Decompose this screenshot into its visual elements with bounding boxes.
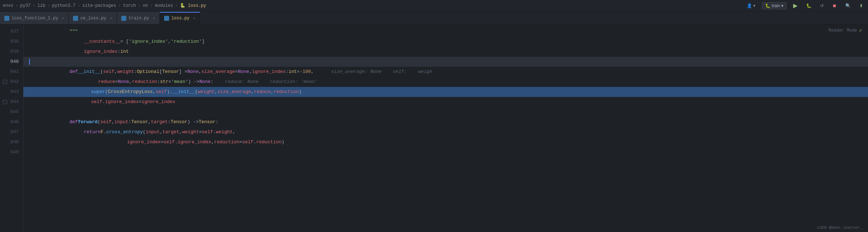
token-946-def: def: [69, 117, 78, 127]
bc-sitepackages[interactable]: site-packages: [82, 3, 116, 8]
tab-loss-function[interactable]: loss_function_1.py ✕: [0, 12, 69, 24]
bc-py37[interactable]: py37: [20, 3, 31, 8]
token-948-self1: self: [163, 137, 175, 147]
token-942-eq1: =: [115, 77, 118, 87]
token-942-str-type: str: [160, 77, 168, 87]
token-941-tensor1: Tensor: [162, 67, 179, 77]
code-line-948: ignore_index = self . ignore_index , red…: [23, 137, 868, 147]
token-948-self2: self: [242, 137, 253, 147]
ln-fold-942[interactable]: -: [3, 80, 7, 84]
run-button[interactable]: ▶: [791, 1, 800, 10]
tab-loss[interactable]: loss.py ✕: [160, 12, 200, 24]
token-937-docstring: """: [69, 27, 78, 37]
ln-940: 940: [0, 57, 23, 67]
token-942-none: None: [118, 77, 129, 87]
token-943-comma3: ,: [251, 87, 254, 97]
token-943-close: ): [299, 87, 302, 97]
token-947-cross-entropy: cross_entropy: [106, 127, 143, 137]
token-941-weight: weight: [117, 67, 134, 77]
token-947-paren1: (: [143, 127, 146, 137]
token-941-init: __init__: [78, 67, 100, 77]
token-947-input: input: [146, 127, 160, 137]
bc-sep1: ›: [15, 3, 18, 8]
tab-icon-loss: [164, 16, 169, 21]
code-line-940: [23, 57, 868, 67]
ln-938: 938: [0, 37, 23, 47]
tab-icon-ce-loss: [73, 16, 78, 21]
code-area: 937 938 939 940 941 - 942 943 - 944 945 …: [0, 24, 868, 232]
token-946-c2: :: [168, 117, 171, 127]
code-line-939: ignore_index : int: [23, 47, 868, 57]
token-947-dot2: .: [213, 127, 216, 137]
cursor: [29, 59, 30, 65]
token-943-paren1: (: [105, 87, 108, 97]
token-941-optional: Optional: [137, 67, 159, 77]
code-line-938: __constants__ = [ 'ignore_index' , 'redu…: [23, 37, 868, 47]
bc-sep8: ›: [175, 3, 178, 8]
token-942-reduce: reduce: [98, 77, 115, 87]
token-938-str1: 'ignore_index': [129, 37, 168, 47]
bc-modules[interactable]: modules: [155, 3, 173, 8]
ln-fold-944[interactable]: -: [3, 100, 7, 104]
token-948-ignore-kw: ignore_index: [127, 137, 161, 147]
token-948-eq1: =: [161, 137, 164, 147]
tab-close-ce-loss[interactable]: ✕: [110, 17, 112, 20]
ln-947: 947: [0, 127, 23, 137]
tab-close-loss-function[interactable]: ✕: [62, 17, 64, 20]
train-button[interactable]: 🐛 train ▾: [762, 2, 787, 9]
reader-mode-area: Reader Mode ✓: [828, 27, 862, 33]
token-948-comma: ,: [211, 137, 214, 147]
code-line-937: """: [23, 27, 868, 37]
token-941-comma1: ,: [114, 67, 117, 77]
tab-icon-loss-function: [4, 16, 9, 21]
stop-button[interactable]: ⏹: [830, 3, 839, 9]
token-938-eq: = [: [120, 37, 128, 47]
breadcrumb: envs › py37 › lib › python3.7 › site-pac…: [3, 3, 206, 8]
token-946-arrow: ) ->: [187, 117, 199, 127]
tab-train[interactable]: train.py ✕: [117, 12, 160, 24]
bc-torch[interactable]: torch: [123, 3, 136, 8]
token-941-self: self: [103, 67, 114, 77]
bc-lib[interactable]: lib: [37, 3, 45, 8]
token-946-comma2: ,: [148, 117, 151, 127]
token-941-comma4: ,: [311, 67, 314, 77]
search-button[interactable]: 🔍: [843, 3, 853, 9]
bc-sep7: ›: [150, 3, 153, 8]
token-947-F: F: [101, 127, 104, 137]
token-943-comma2: ,: [214, 87, 217, 97]
token-941-paren: (: [100, 67, 103, 77]
code-content[interactable]: """ __constants__ = [ 'ignore_index' , '…: [23, 24, 868, 232]
token-947-comma3: ,: [233, 127, 236, 137]
bc-python37[interactable]: python3.7: [52, 3, 76, 8]
reader-mode-label: Reader Mode: [828, 28, 857, 33]
code-line-946: def forward ( self , input : Tensor , ta…: [23, 117, 868, 127]
bc-envs[interactable]: envs: [3, 3, 13, 8]
ln-949: 949: [0, 147, 23, 157]
tab-close-loss[interactable]: ✕: [193, 17, 196, 20]
update-button[interactable]: ⬆: [857, 3, 865, 9]
tabs-bar: loss_function_1.py ✕ ce_loss.py ✕ train.…: [0, 11, 868, 24]
token-946-tensor1: Tensor: [131, 117, 148, 127]
ln-945: 945: [0, 107, 23, 117]
tab-close-train[interactable]: ✕: [153, 17, 155, 20]
token-943-paren2: ).: [167, 87, 173, 97]
ln-946: 946: [0, 117, 23, 127]
token-947-comma2: ,: [179, 127, 182, 137]
tab-ce-loss[interactable]: ce_loss.py ✕: [69, 12, 117, 24]
token-948-close: ): [281, 137, 284, 147]
token-942-c: :: [157, 77, 160, 87]
ln-941: 941: [0, 67, 23, 77]
tab-label-loss: loss.py: [171, 16, 189, 21]
token-943-reduction: reduction: [273, 87, 299, 97]
reload-button[interactable]: ↺: [818, 3, 826, 9]
bc-nn[interactable]: nn: [143, 3, 148, 8]
token-948-reduction: reduction: [256, 137, 281, 147]
line-numbers: 937 938 939 940 941 - 942 943 - 944 945 …: [0, 24, 23, 232]
avatar-button[interactable]: 👤 ▾: [745, 3, 758, 9]
reader-mode-check-icon: ✓: [859, 27, 862, 33]
debug-button[interactable]: 🐛: [804, 3, 814, 9]
tab-label-ce-loss: ce_loss.py: [80, 16, 106, 21]
token-948-dot2: .: [253, 137, 256, 147]
token-943-weight: weight: [198, 87, 215, 97]
token-948-ignore: ignore_index: [177, 137, 211, 147]
